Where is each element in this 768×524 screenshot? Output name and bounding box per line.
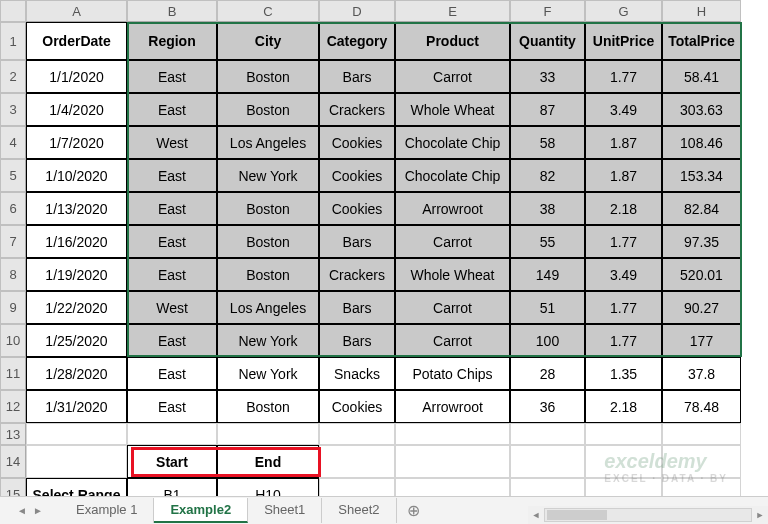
cell-B7[interactable]: East — [127, 225, 217, 258]
scroll-right-icon[interactable]: ► — [752, 507, 768, 523]
scroll-left-icon[interactable]: ◄ — [528, 507, 544, 523]
cell-B6[interactable]: East — [127, 192, 217, 225]
cell-H7[interactable]: 97.35 — [662, 225, 741, 258]
header-cell-C[interactable]: City — [217, 22, 319, 60]
cell-D5[interactable]: Cookies — [319, 159, 395, 192]
header-cell-B[interactable]: Region — [127, 22, 217, 60]
scroll-track[interactable] — [544, 508, 752, 522]
cell-H13[interactable] — [662, 423, 741, 445]
col-header-G[interactable]: G — [585, 0, 662, 22]
header-cell-H[interactable]: TotalPrice — [662, 22, 741, 60]
row-header-5[interactable]: 5 — [0, 159, 26, 192]
cell-C4[interactable]: Los Angeles — [217, 126, 319, 159]
cell-E14[interactable] — [395, 445, 510, 478]
row-header-3[interactable]: 3 — [0, 93, 26, 126]
cell-G14[interactable] — [585, 445, 662, 478]
tab-next-icon[interactable]: ► — [33, 505, 43, 516]
sheet-tab-3[interactable]: Sheet2 — [322, 498, 396, 523]
cell-B9[interactable]: West — [127, 291, 217, 324]
cell-F9[interactable]: 51 — [510, 291, 585, 324]
cell-D3[interactable]: Crackers — [319, 93, 395, 126]
cell-G13[interactable] — [585, 423, 662, 445]
cell-B3[interactable]: East — [127, 93, 217, 126]
cell-E10[interactable]: Carrot — [395, 324, 510, 357]
cell-F8[interactable]: 149 — [510, 258, 585, 291]
cell-F4[interactable]: 58 — [510, 126, 585, 159]
cell-H11[interactable]: 37.8 — [662, 357, 741, 390]
cell-H10[interactable]: 177 — [662, 324, 741, 357]
cell-A4[interactable]: 1/7/2020 — [26, 126, 127, 159]
cell-D10[interactable]: Bars — [319, 324, 395, 357]
cell-D12[interactable]: Cookies — [319, 390, 395, 423]
cell-A2[interactable]: 1/1/2020 — [26, 60, 127, 93]
cell-G7[interactable]: 1.77 — [585, 225, 662, 258]
cell-G12[interactable]: 2.18 — [585, 390, 662, 423]
row-header-11[interactable]: 11 — [0, 357, 26, 390]
cell-F3[interactable]: 87 — [510, 93, 585, 126]
cell-G5[interactable]: 1.87 — [585, 159, 662, 192]
cell-E7[interactable]: Carrot — [395, 225, 510, 258]
cell-C9[interactable]: Los Angeles — [217, 291, 319, 324]
cell-C10[interactable]: New York — [217, 324, 319, 357]
header-cell-G[interactable]: UnitPrice — [585, 22, 662, 60]
cell-C11[interactable]: New York — [217, 357, 319, 390]
sheet-tab-0[interactable]: Example 1 — [60, 498, 154, 523]
cell-G2[interactable]: 1.77 — [585, 60, 662, 93]
cell-F10[interactable]: 100 — [510, 324, 585, 357]
cell-H2[interactable]: 58.41 — [662, 60, 741, 93]
cell-H3[interactable]: 303.63 — [662, 93, 741, 126]
cell-C8[interactable]: Boston — [217, 258, 319, 291]
cell-C13[interactable] — [217, 423, 319, 445]
tab-nav-controls[interactable]: ◄ ► — [0, 496, 60, 524]
row-header-10[interactable]: 10 — [0, 324, 26, 357]
cell-E5[interactable]: Chocolate Chip — [395, 159, 510, 192]
header-cell-D[interactable]: Category — [319, 22, 395, 60]
cell-A14[interactable] — [26, 445, 127, 478]
cell-B8[interactable]: East — [127, 258, 217, 291]
cell-E2[interactable]: Carrot — [395, 60, 510, 93]
cell-B5[interactable]: East — [127, 159, 217, 192]
cell-E8[interactable]: Whole Wheat — [395, 258, 510, 291]
cell-F14[interactable] — [510, 445, 585, 478]
cell-H8[interactable]: 520.01 — [662, 258, 741, 291]
cell-C2[interactable]: Boston — [217, 60, 319, 93]
cell-G6[interactable]: 2.18 — [585, 192, 662, 225]
sheet-tab-1[interactable]: Example2 — [154, 498, 248, 523]
row-header-1[interactable]: 1 — [0, 22, 26, 60]
cell-G9[interactable]: 1.77 — [585, 291, 662, 324]
cell-D6[interactable]: Cookies — [319, 192, 395, 225]
cell-F6[interactable]: 38 — [510, 192, 585, 225]
cell-E6[interactable]: Arrowroot — [395, 192, 510, 225]
cell-A5[interactable]: 1/10/2020 — [26, 159, 127, 192]
row-header-4[interactable]: 4 — [0, 126, 26, 159]
cell-F11[interactable]: 28 — [510, 357, 585, 390]
cell-F12[interactable]: 36 — [510, 390, 585, 423]
cell-D4[interactable]: Cookies — [319, 126, 395, 159]
cell-D7[interactable]: Bars — [319, 225, 395, 258]
add-sheet-button[interactable]: ⊕ — [397, 497, 430, 524]
cell-D9[interactable]: Bars — [319, 291, 395, 324]
row-header-6[interactable]: 6 — [0, 192, 26, 225]
horizontal-scrollbar[interactable]: ◄ ► — [528, 506, 768, 524]
cell-D8[interactable]: Crackers — [319, 258, 395, 291]
col-header-C[interactable]: C — [217, 0, 319, 22]
cell-F5[interactable]: 82 — [510, 159, 585, 192]
col-header-H[interactable]: H — [662, 0, 741, 22]
cell-A6[interactable]: 1/13/2020 — [26, 192, 127, 225]
cell-B11[interactable]: East — [127, 357, 217, 390]
row-header-12[interactable]: 12 — [0, 390, 26, 423]
row-header-13[interactable]: 13 — [0, 423, 26, 445]
col-header-A[interactable]: A — [26, 0, 127, 22]
col-header-F[interactable]: F — [510, 0, 585, 22]
cell-C3[interactable]: Boston — [217, 93, 319, 126]
cell-E13[interactable] — [395, 423, 510, 445]
row-header-7[interactable]: 7 — [0, 225, 26, 258]
select-all-corner[interactable] — [0, 0, 26, 22]
sheet-tab-2[interactable]: Sheet1 — [248, 498, 322, 523]
cell-E3[interactable]: Whole Wheat — [395, 93, 510, 126]
grid[interactable]: ABCDEFGH1OrderDateRegionCityCategoryProd… — [0, 0, 768, 511]
cell-G4[interactable]: 1.87 — [585, 126, 662, 159]
header-cell-F[interactable]: Quantity — [510, 22, 585, 60]
cell-A7[interactable]: 1/16/2020 — [26, 225, 127, 258]
cell-B12[interactable]: East — [127, 390, 217, 423]
